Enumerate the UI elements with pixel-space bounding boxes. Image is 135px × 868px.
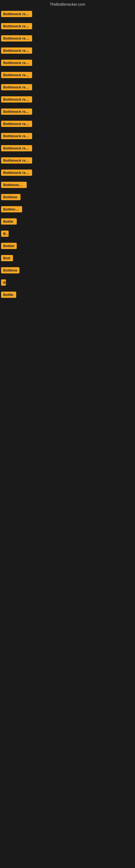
bottleneck-badge[interactable]: Bottleneck re — [1, 182, 27, 188]
result-row: Bottler — [0, 241, 135, 252]
result-row: Bottleneck re — [0, 180, 135, 191]
site-header: TheBottlenecker.com — [0, 0, 135, 9]
bottleneck-badge[interactable]: Bottler — [1, 243, 17, 249]
result-row: Bottle — [0, 216, 135, 228]
bottleneck-badge[interactable]: Bottlene — [1, 267, 19, 273]
result-row: Bottleneck result — [0, 131, 135, 143]
result-row: Bottleneck result — [0, 82, 135, 94]
result-row: Bottleneck result — [0, 45, 135, 57]
bottleneck-badge[interactable]: Bottleneck result — [1, 84, 32, 90]
result-row: Bottle — [0, 289, 135, 301]
bottleneck-badge[interactable]: Bottleneck result — [1, 121, 32, 127]
bottleneck-badge[interactable]: Bottle — [1, 291, 16, 298]
result-row: Bottleneck result — [0, 94, 135, 106]
bottleneck-badge[interactable]: Bottleneck result — [1, 108, 32, 115]
bottleneck-badge[interactable]: Bottleneck result — [1, 35, 32, 41]
result-row: Bo — [0, 228, 135, 240]
badges-container: Bottleneck resultBottleneck resultBottle… — [0, 9, 135, 301]
result-row: Bottlene — [0, 265, 135, 277]
bottleneck-badge[interactable]: B — [1, 279, 6, 286]
bottleneck-badge[interactable]: Bottleneck result — [1, 11, 32, 17]
bottleneck-badge[interactable]: Bo — [1, 230, 9, 237]
result-row: Bottleneck result — [0, 70, 135, 82]
bottleneck-badge[interactable]: Bottleneck result — [1, 96, 32, 102]
result-row: Bottleneck result — [0, 155, 135, 167]
bottleneck-badge[interactable]: Bottleneck result — [1, 72, 32, 78]
bottleneck-badge[interactable]: Bottleneck result — [1, 145, 32, 151]
bottleneck-badge[interactable]: Bottleneck result — [1, 60, 32, 66]
result-row: Bottleneck result — [0, 167, 135, 179]
bottleneck-badge[interactable]: Bottleneck result — [1, 48, 32, 54]
result-row: Bott — [0, 253, 135, 265]
result-row: Bottlene — [0, 192, 135, 204]
site-title: TheBottlenecker.com — [50, 2, 85, 6]
result-row: Bottleneck result — [0, 119, 135, 130]
result-row: Bottleneck result — [0, 143, 135, 155]
bottleneck-badge[interactable]: Bottleneck result — [1, 157, 32, 163]
bottleneck-badge[interactable]: Bottleneck result — [1, 133, 32, 139]
result-row: Bottleneck — [0, 204, 135, 216]
result-row: Bottleneck result — [0, 33, 135, 45]
bottleneck-badge[interactable]: Bottlene — [1, 194, 20, 200]
bottleneck-badge[interactable]: Bott — [1, 255, 13, 261]
result-row: Bottleneck result — [0, 106, 135, 118]
result-row: B — [0, 277, 135, 289]
result-row: Bottleneck result — [0, 58, 135, 69]
bottleneck-badge[interactable]: Bottleneck result — [1, 169, 32, 176]
result-row: Bottleneck result — [0, 21, 135, 33]
bottleneck-badge[interactable]: Bottleneck result — [1, 23, 32, 29]
bottleneck-badge[interactable]: Bottleneck — [1, 206, 22, 212]
result-row: Bottleneck result — [0, 9, 135, 20]
bottleneck-badge[interactable]: Bottle — [1, 218, 17, 225]
